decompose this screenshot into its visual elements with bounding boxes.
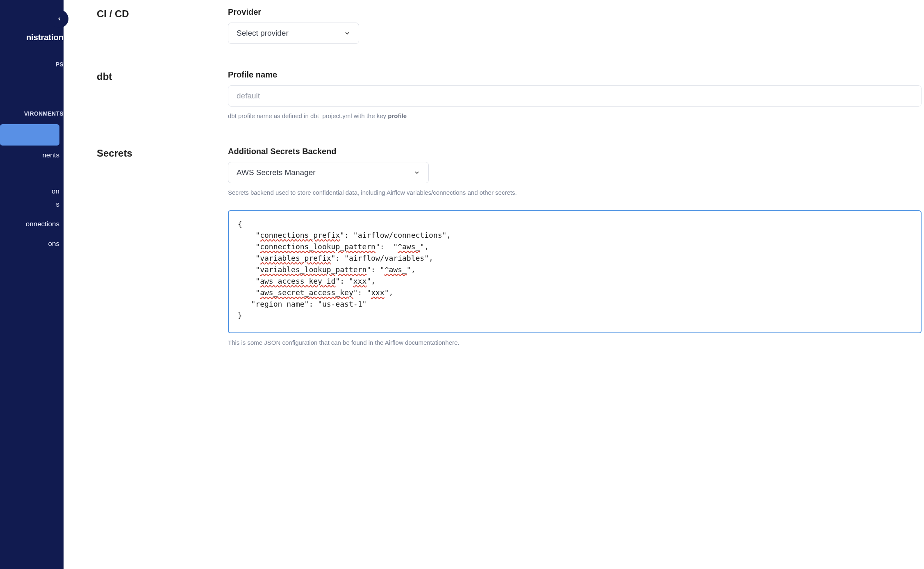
cicd-fields: Provider Select provider [228,7,924,44]
secrets-backend-label: Additional Secrets Backend [228,147,922,156]
secrets-backend-value: AWS Secrets Manager [237,168,316,177]
dbt-fields: Profile name default dbt profile name as… [228,70,924,121]
main-content: CI / CD Provider Select provider dbt Pro… [64,0,924,569]
provider-select[interactable]: Select provider [228,23,359,44]
sidebar-item-s[interactable]: s [0,198,64,211]
profile-name-help: dbt profile name as defined in dbt_proje… [228,112,922,121]
secrets-fields: Additional Secrets Backend AWS Secrets M… [228,147,924,347]
app-root: nistration PS VIRONMENTS nents on s onne… [0,0,924,569]
sidebar-item-on[interactable]: on [0,185,64,198]
provider-label: Provider [228,7,922,17]
sidebar-section-environments: VIRONMENTS [0,107,64,120]
profile-name-label: Profile name [228,70,922,80]
section-label-dbt: dbt [97,70,228,121]
chevron-down-icon [414,169,420,176]
section-label-cicd: CI / CD [97,7,228,44]
section-label-secrets: Secrets [97,147,228,347]
provider-select-value: Select provider [237,29,289,38]
sidebar-item-ons[interactable]: ons [0,234,64,254]
form-grid: CI / CD Provider Select provider dbt Pro… [64,7,924,347]
secrets-json-help: This is some JSON configuration that can… [228,338,922,347]
sidebar-item-environments[interactable]: nents [0,146,64,165]
sidebar: nistration PS VIRONMENTS nents on s onne… [0,0,64,569]
sidebar-item-active[interactable] [0,124,59,146]
profile-name-input[interactable]: default [228,85,922,107]
sidebar-item-connections[interactable]: onnections [0,214,64,234]
chevron-left-icon [57,16,62,22]
sidebar-heading-administration: nistration [0,29,64,46]
sidebar-collapse-button[interactable] [50,10,68,28]
secrets-backend-select[interactable]: AWS Secrets Manager [228,162,429,183]
chevron-down-icon [344,30,350,36]
profile-help-bold: profile [388,112,407,119]
secrets-json-textarea[interactable]: { "connections_prefix": "airflow/connect… [228,210,922,333]
profile-help-text: dbt profile name as defined in dbt_proje… [228,112,388,119]
secrets-backend-help: Secrets backend used to store confidenti… [228,188,922,197]
sidebar-section-apps: PS [0,58,64,71]
